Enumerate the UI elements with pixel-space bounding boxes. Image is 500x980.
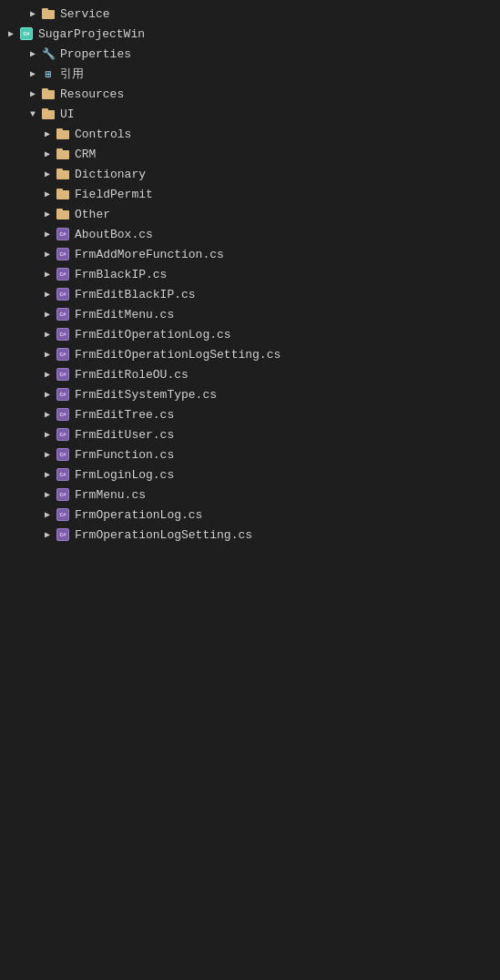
folder-icon-ui [40, 107, 56, 121]
tree-label-frmoperationlogsetting: FrmOperationLogSetting.cs [75, 528, 252, 542]
collapse-arrow-properties[interactable]: ▶ [26, 46, 40, 61]
tree-item-frmeditblackip[interactable]: ▶ FrmEditBlackIP.cs [0, 284, 500, 304]
tree-item-frmloginlog[interactable]: ▶ FrmLoginLog.cs [0, 464, 500, 485]
tree-label-ui: UI [60, 107, 75, 121]
tree-label-frmediittree: FrmEditTree.cs [75, 408, 174, 422]
collapse-arrow-resources[interactable]: ▶ [26, 87, 40, 101]
tree-item-frmfunction[interactable]: ▶ FrmFunction.cs [0, 444, 500, 464]
collapse-arrow-frmeditroleouu[interactable]: ▶ [40, 367, 55, 382]
cs-icon-frmeditoperationlog [55, 327, 71, 342]
collapse-arrow-frmeditblackip[interactable]: ▶ [40, 287, 55, 301]
cs-icon-frmloginlog [55, 467, 71, 482]
tree-label-frmeditmenu: FrmEditMenu.cs [75, 308, 174, 322]
folder-icon-service [40, 6, 56, 21]
cs-icon-frmaddmorefunction [55, 247, 71, 261]
tree-label-frmedituser: FrmEditUser.cs [75, 428, 174, 442]
project-icon-sugarprojectwin [18, 26, 35, 41]
tree-label-properties: Properties [60, 47, 131, 61]
tree-item-dictionary[interactable]: ▶ Dictionary [0, 164, 500, 184]
cs-icon-frmmenu [55, 487, 71, 502]
collapse-arrow-frmeditoperationlog[interactable]: ▶ [40, 327, 55, 342]
tree-item-frmoperationlog[interactable]: ▶ FrmOperationLog.cs [0, 505, 500, 525]
tree-label-frmeditroleouu: FrmEditRoleOU.cs [75, 368, 189, 382]
collapse-arrow-frmeditsystemtype[interactable]: ▶ [40, 387, 55, 402]
tree-label-references: 引用 [60, 66, 84, 82]
tree-item-properties[interactable]: ▶ 🔧 Properties [0, 44, 500, 64]
tree-label-frmloginlog: FrmLoginLog.cs [75, 468, 174, 482]
solution-explorer-tree: ▶ Service ▶ SugarProjectWin ▶ 🔧 Properti… [0, 0, 500, 548]
collapse-arrow-frmeditmenu[interactable]: ▶ [40, 307, 55, 322]
tree-label-frmoperationlog: FrmOperationLog.cs [75, 508, 202, 522]
collapse-arrow-frmoperationlog[interactable]: ▶ [40, 507, 55, 522]
collapse-arrow-controls[interactable]: ▶ [40, 127, 55, 141]
tree-label-frmeditoperationlogsetting: FrmEditOperationLogSetting.cs [75, 348, 281, 362]
tree-item-frmmenu[interactable]: ▶ FrmMenu.cs [0, 485, 500, 505]
tree-label-other: Other [75, 208, 110, 221]
tree-item-controls[interactable]: ▶ Controls [0, 124, 500, 144]
tree-item-crm[interactable]: ▶ CRM [0, 144, 500, 164]
tree-label-crm: CRM [75, 148, 96, 161]
tree-label-frmeditblackip: FrmEditBlackIP.cs [75, 288, 196, 301]
tree-label-frmblackip: FrmBlackIP.cs [75, 268, 167, 281]
collapse-arrow-frmblackip[interactable]: ▶ [40, 267, 55, 281]
collapse-arrow-frmaddmorefunction[interactable]: ▶ [40, 247, 55, 261]
cs-icon-frmoperationlog [55, 507, 71, 522]
tree-item-references[interactable]: ▶ ⊞ 引用 [0, 64, 500, 84]
tree-item-frmaddmorefunction[interactable]: ▶ FrmAddMoreFunction.cs [0, 244, 500, 264]
collapse-arrow-frmmenu[interactable]: ▶ [40, 487, 55, 502]
collapse-arrow-service[interactable]: ▶ [26, 6, 40, 21]
tree-item-frmblackip[interactable]: ▶ FrmBlackIP.cs [0, 264, 500, 284]
collapse-arrow-frmloginlog[interactable]: ▶ [40, 467, 55, 482]
folder-icon-other [55, 207, 71, 221]
cs-icon-aboutbox [55, 227, 71, 241]
tree-item-aboutbox[interactable]: ▶ AboutBox.cs [0, 224, 500, 244]
cs-icon-frmeditblackip [55, 287, 71, 301]
tree-item-ui[interactable]: ▼ UI [0, 104, 500, 124]
collapse-arrow-frmfunction[interactable]: ▶ [40, 447, 55, 462]
folder-icon-controls [55, 127, 71, 141]
collapse-arrow-frmoperationlogsetting[interactable]: ▶ [40, 527, 55, 542]
collapse-arrow-aboutbox[interactable]: ▶ [40, 227, 55, 241]
tree-item-frmeditoperationlogsetting[interactable]: ▶ FrmEditOperationLogSetting.cs [0, 344, 500, 364]
collapse-arrow-frmeditoperationlogsetting[interactable]: ▶ [40, 347, 55, 362]
tree-item-frmeditoperationlog[interactable]: ▶ FrmEditOperationLog.cs [0, 324, 500, 344]
collapse-arrow-other[interactable]: ▶ [40, 207, 55, 221]
collapse-arrow-frmediittree[interactable]: ▶ [40, 407, 55, 422]
tree-item-frmoperationlogsetting[interactable]: ▶ FrmOperationLogSetting.cs [0, 525, 500, 545]
collapse-arrow-dictionary[interactable]: ▶ [40, 167, 55, 181]
tree-item-sugarprojectwin[interactable]: ▶ SugarProjectWin [0, 24, 500, 44]
collapse-arrow-frmedituser[interactable]: ▶ [40, 427, 55, 442]
tree-label-aboutbox: AboutBox.cs [75, 228, 153, 241]
cs-icon-frmfunction [55, 447, 71, 462]
cs-icon-frmeditoperationlogsetting [55, 347, 71, 362]
tree-label-controls: Controls [75, 128, 131, 141]
cs-icon-frmediittree [55, 407, 71, 422]
cs-icon-frmeditroleouu [55, 367, 71, 382]
tree-item-fieldpermit[interactable]: ▶ FieldPermit [0, 184, 500, 204]
collapse-arrow-crm[interactable]: ▶ [40, 147, 55, 161]
folder-icon-fieldpermit [55, 187, 71, 201]
collapse-arrow-references[interactable]: ▶ [26, 66, 40, 81]
tree-item-frmeditmenu[interactable]: ▶ FrmEditMenu.cs [0, 304, 500, 324]
collapse-arrow-fieldpermit[interactable]: ▶ [40, 187, 55, 201]
cs-icon-frmedituser [55, 427, 71, 442]
cs-icon-frmblackip [55, 267, 71, 281]
tree-label-frmeditsystemtype: FrmEditSystemType.cs [75, 388, 217, 402]
tree-label-dictionary: Dictionary [75, 168, 146, 181]
tree-label-frmaddmorefunction: FrmAddMoreFunction.cs [75, 248, 224, 261]
tree-label-service: Service [60, 7, 110, 21]
tree-label-sugarprojectwin: SugarProjectWin [38, 27, 145, 41]
tree-item-service[interactable]: ▶ Service [0, 4, 500, 24]
collapse-arrow-sugarprojectwin[interactable]: ▶ [4, 26, 18, 41]
tree-item-frmeditroleouu[interactable]: ▶ FrmEditRoleOU.cs [0, 364, 500, 384]
folder-icon-resources [40, 87, 56, 101]
ref-icon: ⊞ [40, 66, 56, 81]
cs-icon-frmoperationlogsetting [55, 527, 71, 542]
tree-item-frmediittree[interactable]: ▶ FrmEditTree.cs [0, 404, 500, 424]
tree-label-frmmenu: FrmMenu.cs [75, 488, 146, 502]
tree-item-other[interactable]: ▶ Other [0, 204, 500, 224]
tree-item-frmeditsystemtype[interactable]: ▶ FrmEditSystemType.cs [0, 384, 500, 404]
tree-item-frmedituser[interactable]: ▶ FrmEditUser.cs [0, 424, 500, 444]
tree-item-resources[interactable]: ▶ Resources [0, 84, 500, 104]
collapse-arrow-ui[interactable]: ▼ [26, 107, 40, 121]
